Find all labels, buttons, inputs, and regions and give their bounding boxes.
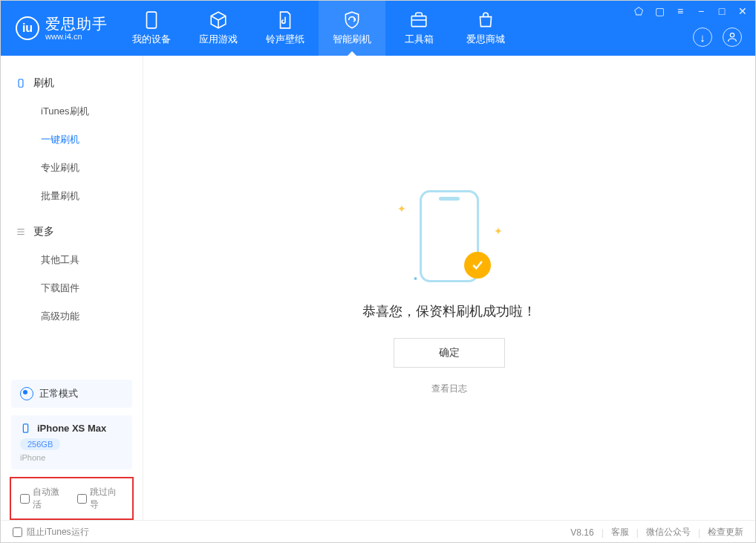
tab-label: 爱思商城	[466, 33, 505, 46]
sidebar-item-advanced[interactable]: 高级功能	[1, 302, 143, 331]
block-itunes-checkbox[interactable]	[13, 527, 22, 537]
block-itunes-option[interactable]: 阻止iTunes运行	[13, 526, 89, 539]
success-illustration: ✦ ✦ •	[382, 181, 516, 292]
sidebar-item-other-tools[interactable]: 其他工具	[1, 246, 143, 274]
mode-indicator-icon	[20, 387, 33, 400]
sidebar-item-pro-flash[interactable]: 专业刷机	[1, 154, 143, 182]
sidebar-item-batch-flash[interactable]: 批量刷机	[1, 182, 143, 210]
option-skip-guide[interactable]: 跳过向导	[77, 486, 124, 511]
device-model: iPhone XS Max	[37, 423, 106, 434]
tab-label: 工具箱	[405, 33, 434, 46]
bag-icon	[476, 10, 495, 30]
device-storage-badge: 256GB	[20, 438, 60, 450]
sidebar-header-flash: 刷机	[1, 72, 143, 97]
svg-rect-0	[147, 12, 157, 28]
user-icon[interactable]	[723, 27, 742, 47]
sidebar-item-download-firmware[interactable]: 下载固件	[1, 274, 143, 302]
skin-icon[interactable]: ▢	[653, 5, 666, 17]
check-update-link[interactable]: 检查更新	[708, 526, 743, 539]
tab-ringtones[interactable]: 铃声壁纸	[252, 1, 319, 56]
sidebar: 刷机 iTunes刷机 一键刷机 专业刷机 批量刷机 更多 其他工具 下载固件 …	[1, 56, 143, 520]
device-mode[interactable]: 正常模式	[11, 380, 132, 408]
flash-options-highlight: 自动激活 跳过向导	[10, 477, 134, 520]
sidebar-item-itunes-flash[interactable]: iTunes刷机	[1, 97, 143, 126]
sidebar-header-more: 更多	[1, 221, 143, 246]
list-icon	[16, 227, 26, 237]
cube-icon	[209, 10, 228, 30]
feedback-icon[interactable]: ⬠	[632, 5, 645, 17]
music-file-icon	[276, 10, 295, 30]
nav-tabs: 我的设备 应用游戏 铃声壁纸 智能刷机 工具箱 爱思商城	[118, 1, 519, 56]
sidebar-item-oneclick-flash[interactable]: 一键刷机	[1, 126, 143, 154]
confirm-button[interactable]: 确定	[394, 338, 505, 368]
svg-rect-3	[19, 79, 23, 88]
tab-label: 我的设备	[132, 33, 171, 46]
status-bar: 阻止iTunes运行 V8.16 | 客服 | 微信公众号 | 检查更新	[1, 520, 755, 543]
sparkle-icon: •	[414, 273, 417, 284]
sparkle-icon: ✦	[494, 225, 503, 237]
tab-label: 应用游戏	[199, 33, 238, 46]
version-label: V8.16	[570, 527, 593, 538]
option-auto-activate[interactable]: 自动激活	[20, 486, 67, 511]
tab-toolbox[interactable]: 工具箱	[385, 1, 452, 56]
sparkle-icon: ✦	[397, 203, 406, 215]
device-info[interactable]: iPhone XS Max 256GB iPhone	[11, 415, 132, 469]
window-controls: ⬠ ▢ ≡ − □ ✕	[632, 5, 749, 17]
device-type: iPhone	[20, 453, 123, 462]
download-icon[interactable]: ↓	[693, 27, 712, 47]
device-outline-icon	[16, 78, 26, 88]
close-icon[interactable]: ✕	[736, 5, 749, 17]
tab-my-device[interactable]: 我的设备	[118, 1, 185, 56]
check-badge-icon	[464, 252, 491, 279]
menu-icon[interactable]: ≡	[674, 5, 687, 17]
view-log-link[interactable]: 查看日志	[431, 383, 467, 395]
minimize-icon[interactable]: −	[694, 5, 708, 17]
main-content: ✦ ✦ • 恭喜您，保资料刷机成功啦！ 确定 查看日志	[143, 56, 755, 520]
briefcase-icon	[409, 10, 428, 30]
logo-icon: iu	[16, 16, 39, 40]
phone-icon	[142, 10, 161, 30]
tab-store[interactable]: 爱思商城	[452, 1, 519, 56]
svg-rect-4	[23, 424, 27, 432]
auto-activate-checkbox[interactable]	[20, 494, 30, 504]
app-site: www.i4.cn	[45, 32, 108, 41]
phone-small-icon	[20, 423, 31, 434]
wechat-link[interactable]: 微信公众号	[646, 526, 691, 539]
tab-label: 铃声壁纸	[266, 33, 304, 46]
customer-service-link[interactable]: 客服	[611, 526, 629, 539]
shield-refresh-icon	[342, 10, 362, 30]
success-message: 恭喜您，保资料刷机成功啦！	[362, 302, 536, 320]
svg-point-2	[730, 33, 734, 37]
mode-label: 正常模式	[39, 387, 78, 400]
tab-smart-flash[interactable]: 智能刷机	[319, 1, 385, 56]
skip-guide-checkbox[interactable]	[77, 494, 87, 504]
maximize-icon[interactable]: □	[715, 5, 729, 17]
logo: iu 爱思助手 www.i4.cn	[1, 1, 118, 56]
app-name: 爱思助手	[45, 16, 108, 32]
titlebar: iu 爱思助手 www.i4.cn 我的设备 应用游戏 铃声壁纸 智能刷机 工具…	[1, 1, 755, 56]
svg-rect-1	[411, 16, 426, 27]
tab-label: 智能刷机	[333, 33, 371, 46]
tab-apps[interactable]: 应用游戏	[185, 1, 252, 56]
header-actions: ↓	[693, 27, 742, 47]
